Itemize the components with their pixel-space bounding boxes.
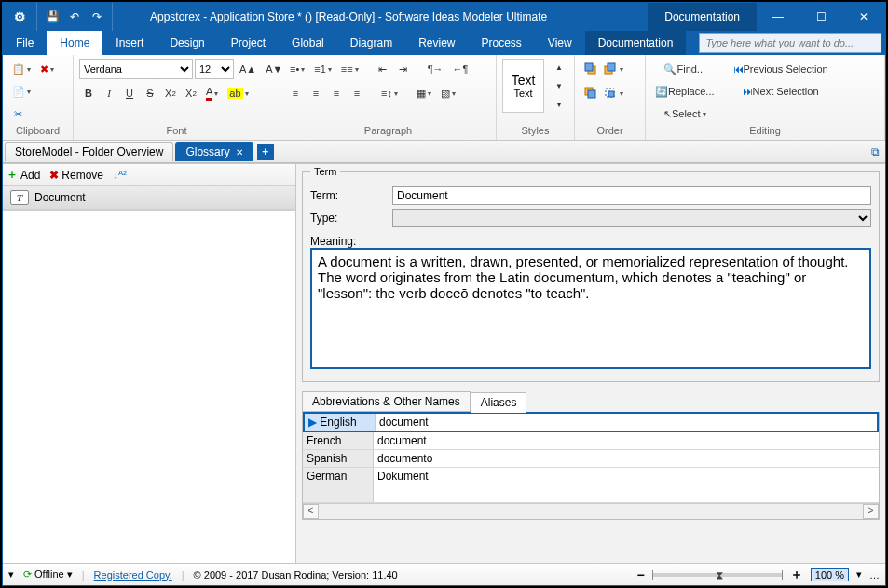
tab-insert[interactable]: Insert <box>102 31 157 55</box>
minimize-button[interactable]: — <box>757 3 799 31</box>
scroll-right-button[interactable]: > <box>863 504 879 519</box>
replace-button[interactable]: 🔄 Replace... <box>651 81 718 102</box>
tab-design[interactable]: Design <box>157 31 217 55</box>
search-input[interactable] <box>699 33 881 53</box>
meaning-label: Meaning: <box>310 235 871 248</box>
indent-button[interactable]: ⇥ <box>394 59 413 79</box>
zoom-thumb[interactable]: ⧗ <box>716 568 723 581</box>
scissors-icon[interactable]: ✂ <box>8 103 27 124</box>
copy-button[interactable]: 📄 <box>8 81 34 102</box>
style-expand-button[interactable]: ▾ <box>550 96 568 113</box>
zoom-dropdown[interactable]: ▾ <box>856 568 862 581</box>
tab-documentation[interactable]: Documentation <box>585 31 687 55</box>
send-to-back-button[interactable] <box>581 83 601 103</box>
text-style-button[interactable]: Text Text <box>502 59 544 113</box>
font-name-select[interactable]: Verdana <box>79 59 193 79</box>
zoom-in-button[interactable]: ＋ <box>790 567 803 583</box>
highlight-button[interactable]: ab <box>224 83 252 103</box>
align-center-button[interactable]: ≡ <box>307 83 325 103</box>
ltr-button[interactable]: ¶→ <box>424 59 447 79</box>
select-button[interactable]: ↖ Select <box>651 103 718 124</box>
alias-row[interactable]: ▶ English document <box>303 412 879 432</box>
group-order-label: Order <box>581 125 639 140</box>
group-styles-label: Styles <box>502 125 568 140</box>
next-selection-button[interactable]: ⏭ Next Selection <box>730 81 832 102</box>
cut-button[interactable]: ✖ <box>36 59 58 79</box>
save-icon[interactable]: 💾 <box>43 10 61 23</box>
popout-icon[interactable]: ⧉ <box>871 145 880 158</box>
add-term-button[interactable]: ＋Add <box>7 167 40 183</box>
bullets-button[interactable]: ≡• <box>286 59 308 79</box>
grow-font-button[interactable]: A▲ <box>236 59 260 79</box>
justify-button[interactable]: ≡ <box>348 83 366 103</box>
find-button[interactable]: 🔍 Find... <box>651 59 718 79</box>
sort-button[interactable]: ↓ᴬᶻ <box>113 169 127 182</box>
maximize-button[interactable]: ☐ <box>799 3 842 31</box>
add-tab-button[interactable]: + <box>257 144 274 160</box>
underline-button[interactable]: U <box>120 83 139 103</box>
bring-forward-button[interactable] <box>603 59 623 79</box>
next-icon: ⏭ <box>743 86 753 97</box>
font-color-button[interactable]: A <box>202 83 222 103</box>
alias-row-empty[interactable] <box>303 485 879 503</box>
meaning-textarea[interactable]: A document is a written, drawn, presente… <box>310 248 871 369</box>
offline-status[interactable]: ⟳ Offline ▾ <box>23 568 73 581</box>
font-size-select[interactable]: 12 <box>195 59 234 79</box>
remove-term-button[interactable]: ✖Remove <box>49 169 103 182</box>
subscript-button[interactable]: X2 <box>161 83 180 103</box>
undo-icon[interactable]: ↶ <box>65 10 84 23</box>
subtab-abbreviations[interactable]: Abbreviations & Other Names <box>302 391 471 412</box>
redo-icon[interactable]: ↷ <box>88 10 106 23</box>
numbering-button[interactable]: ≡1 <box>310 59 335 79</box>
bring-to-front-button[interactable] <box>581 59 601 79</box>
zoom-slider[interactable]: ⧗ <box>652 573 783 577</box>
send-backward-button[interactable] <box>603 83 623 103</box>
zoom-value[interactable]: 100 % <box>811 568 849 581</box>
tab-view[interactable]: View <box>535 31 585 55</box>
alias-row[interactable]: Spanishdocumento <box>303 450 879 468</box>
subtab-aliases[interactable]: Aliases <box>471 392 527 413</box>
scrollbar-track[interactable] <box>319 504 863 519</box>
document-tab-glossary[interactable]: Glossary✕ <box>175 142 253 161</box>
term-list-item[interactable]: T Document <box>3 186 295 210</box>
tab-review[interactable]: Review <box>405 31 468 55</box>
titlebar-documentation-button[interactable]: Documentation <box>648 3 757 31</box>
strike-button[interactable]: S <box>141 83 159 103</box>
paste-button[interactable]: 📋 <box>8 59 34 79</box>
sort-icon: ↓ᴬᶻ <box>113 169 127 182</box>
document-tab-storemodel[interactable]: StoreModel - Folder Overview <box>5 142 173 161</box>
italic-button[interactable]: I <box>100 83 118 103</box>
tab-process[interactable]: Process <box>469 31 535 55</box>
zoom-out-button[interactable]: − <box>637 567 645 582</box>
style-down-button[interactable]: ▼ <box>550 77 568 94</box>
line-spacing-button[interactable]: ≡↕ <box>377 83 402 103</box>
registered-copy-link[interactable]: Registered Copy. <box>94 569 172 581</box>
align-right-button[interactable]: ≡ <box>327 83 346 103</box>
term-input[interactable] <box>392 186 871 205</box>
term-icon: T <box>10 190 29 205</box>
shading-button[interactable]: ▧ <box>437 83 459 103</box>
multilevel-button[interactable]: ≡≡ <box>337 59 362 79</box>
rtl-button[interactable]: ←¶ <box>449 59 472 79</box>
window-title: Appstorex - Application Store * () [Read… <box>113 10 648 23</box>
tab-global[interactable]: Global <box>279 31 337 55</box>
tab-home[interactable]: Home <box>47 31 102 55</box>
scroll-left-button[interactable]: < <box>303 504 319 519</box>
type-select[interactable] <box>392 209 871 227</box>
align-left-button[interactable]: ≡ <box>286 83 305 103</box>
alias-row[interactable]: Frenchdocument <box>303 432 879 450</box>
tab-diagram[interactable]: Diagram <box>337 31 405 55</box>
style-up-button[interactable]: ▲ <box>550 59 568 75</box>
outdent-button[interactable]: ⇤ <box>374 59 392 79</box>
close-button[interactable]: ✕ <box>842 3 885 31</box>
status-dropdown[interactable]: ▾ <box>8 568 14 581</box>
superscript-button[interactable]: X2 <box>182 83 200 103</box>
close-tab-icon[interactable]: ✕ <box>236 147 243 157</box>
tab-project[interactable]: Project <box>218 31 279 55</box>
bold-button[interactable]: B <box>79 83 98 103</box>
tab-file[interactable]: File <box>3 31 47 55</box>
border-button[interactable]: ▦ <box>413 83 435 103</box>
previous-selection-button[interactable]: ⏮ Previous Selection <box>730 59 832 79</box>
alias-row[interactable]: GermanDokument <box>303 468 879 485</box>
status-more-button[interactable]: … <box>869 569 880 581</box>
